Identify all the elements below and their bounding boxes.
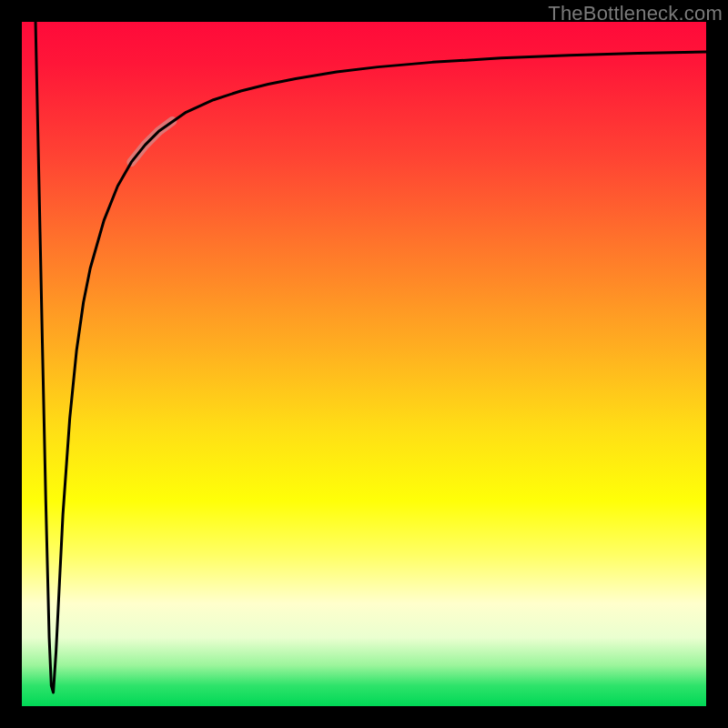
plot-area bbox=[22, 22, 706, 706]
watermark-text: TheBottleneck.com bbox=[548, 2, 723, 25]
curve-layer bbox=[22, 22, 706, 706]
series-bottleneck-curve bbox=[35, 22, 706, 693]
chart-frame: TheBottleneck.com bbox=[0, 0, 728, 728]
